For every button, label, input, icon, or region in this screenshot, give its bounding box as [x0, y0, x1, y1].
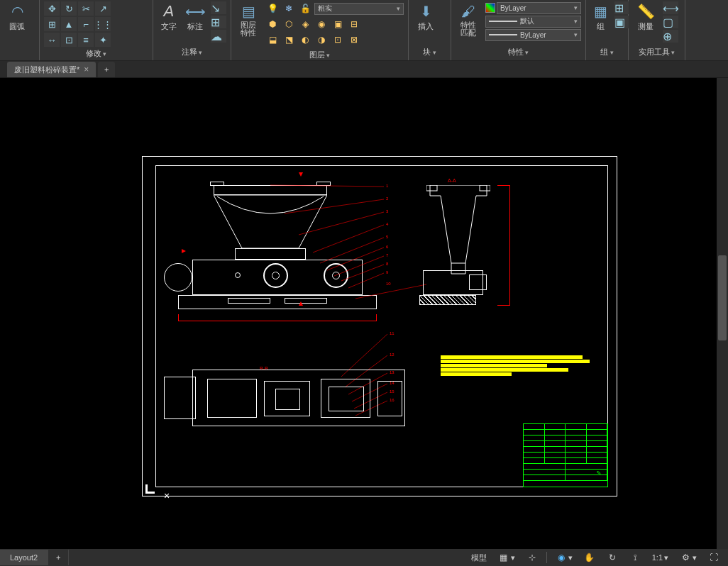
layer-tool-4[interactable]: ◉ — [314, 18, 329, 30]
leader-icon[interactable]: ↘ — [211, 1, 226, 14]
insert-label: 插入 — [418, 21, 434, 32]
modify-panel: ✥ ↻ ✂ ↗ ⊞ ▲ ⌐ ⋮⋮ ↔ ⊡ ≡ ✦ 修改 — [40, 0, 153, 60]
block-panel-label[interactable]: 块 — [413, 45, 446, 59]
layer-tool-3[interactable]: ◈ — [298, 18, 312, 30]
lock-icon[interactable]: 🔓 — [298, 2, 312, 15]
arc-button[interactable]: ◠ 圆弧 — [4, 1, 30, 32]
vertical-scrollbar[interactable] — [717, 78, 728, 549]
file-tab-active[interactable]: 废旧塑料粉碎装置* × — [7, 62, 96, 77]
mirror-icon[interactable]: ▲ — [61, 17, 77, 31]
ann-scale-button[interactable]: ⟟ — [627, 550, 644, 565]
side-base — [419, 295, 476, 305]
match-prop-icon: 🖌 — [458, 1, 478, 21]
modify-panel-label[interactable]: 修改 — [44, 47, 148, 60]
insert-button[interactable]: ⬇ 插入 — [413, 1, 439, 32]
gear-icon: ⚙ — [680, 552, 691, 563]
dim-button[interactable]: ⟷ 标注 — [184, 1, 207, 32]
annot-panel-label[interactable]: 注释 — [158, 45, 226, 59]
layer-tool-2[interactable]: ⬡ — [282, 18, 296, 30]
table-icon[interactable]: ⊞ — [211, 16, 226, 28]
group-tool-2[interactable]: ▣ — [614, 16, 629, 28]
snap-toggle[interactable]: ⊹ — [524, 550, 541, 565]
note-4 — [441, 368, 568, 372]
paper-sheet: × A-A B-B — [142, 156, 617, 496]
layout-tab[interactable]: Layout2 — [0, 550, 48, 565]
svg-rect-16 — [426, 185, 437, 191]
pulley-2 — [324, 263, 348, 288]
fullscreen-button[interactable]: ⛶ — [705, 550, 722, 565]
new-tab-button[interactable]: + — [98, 62, 115, 77]
linetype-selector[interactable]: ByLayer — [485, 28, 581, 41]
bulb-icon[interactable]: 💡 — [265, 2, 280, 15]
lw-sel-text: 默认 — [520, 16, 534, 26]
util-tool-1[interactable]: ⟷ — [663, 1, 678, 14]
util-tool-3[interactable]: ⊕ — [663, 30, 678, 43]
shaft — [235, 272, 241, 278]
layer-tool-1[interactable]: ⬢ — [265, 18, 280, 30]
model-space-button[interactable]: 模型 — [468, 551, 490, 565]
layer-properties-button[interactable]: ▤ 图层 特性 — [236, 1, 261, 37]
grid-toggle[interactable]: ▦▾ — [495, 550, 518, 565]
side-dimension — [497, 185, 510, 306]
topview-ch2-in — [275, 389, 300, 410]
props-panel-label[interactable]: 特性 — [456, 45, 581, 59]
measure-icon: 📏 — [636, 1, 656, 21]
ribbon: ◠ 圆弧 ✥ ↻ ✂ ↗ ⊞ ▲ ⌐ ⋮⋮ ↔ ⊡ ≡ ✦ 修改 — [0, 0, 728, 61]
block-panel: ⬇ 插入 块 — [409, 0, 451, 60]
stretch-icon[interactable]: ↔ — [44, 33, 60, 47]
rotate-icon[interactable]: ↻ — [61, 1, 77, 16]
array-icon[interactable]: ⋮⋮ — [95, 17, 111, 31]
group-tool-1[interactable]: ⊞ — [614, 1, 629, 14]
layer-dropdown[interactable]: 粗实 — [314, 3, 404, 15]
offset-icon[interactable]: ≡ — [78, 33, 94, 47]
move-icon[interactable]: ✥ — [44, 1, 60, 16]
snap-icon: ⊹ — [526, 552, 538, 563]
nav-icon-3[interactable]: ↻ — [604, 550, 621, 565]
nav-icon-1[interactable]: ◉▾ — [553, 550, 575, 565]
topview-ch1 — [207, 379, 257, 418]
explode-icon[interactable]: ✦ — [95, 33, 111, 47]
layer-panel-label[interactable]: 图层 — [236, 48, 404, 62]
layer-tool-12[interactable]: ⊠ — [347, 33, 361, 46]
layer-panel: ▤ 图层 特性 💡 ❄ 🔓 粗实 ⬢ ⬡ ◈ ◉ ▣ ⊟ — [231, 0, 409, 60]
utilities-panel: 📏 测量 ⟷ ▢ ⊕ 实用工具 — [629, 0, 685, 60]
layer-tool-10[interactable]: ◑ — [314, 33, 329, 46]
cloud-icon[interactable]: ☁ — [211, 30, 226, 43]
drawing-canvas[interactable]: × A-A B-B — [0, 78, 728, 549]
layout-tabs-bar: Layout2 + 模型 ▦▾ ⊹ ◉▾ ✋ ↻ ⟟ 1:1▾ ⚙▾ ⛶ — [0, 549, 728, 566]
motor — [164, 263, 192, 292]
util-panel-label[interactable]: 实用工具 — [633, 45, 680, 59]
nav-icon-2[interactable]: ✋ — [581, 550, 598, 565]
extend-icon[interactable]: ↗ — [95, 1, 111, 16]
trim-icon[interactable]: ✂ — [78, 1, 94, 16]
measure-button[interactable]: 📏 测量 — [633, 1, 658, 32]
freeze-icon[interactable]: ❄ — [282, 2, 296, 15]
util-tool-2[interactable]: ▢ — [663, 16, 678, 28]
close-icon[interactable]: × — [84, 65, 89, 74]
color-selector[interactable]: ByLayer — [485, 1, 581, 14]
layer-selector[interactable]: 💡 ❄ 🔓 粗实 — [265, 1, 404, 16]
hopper-flange-r — [316, 182, 331, 186]
pulley-1 — [263, 263, 288, 288]
balloon-8: 8 — [386, 262, 388, 266]
model-label: 模型 — [471, 553, 487, 563]
scrollbar-thumb[interactable] — [718, 255, 727, 340]
copy-icon[interactable]: ⊞ — [44, 17, 60, 31]
add-layout-button[interactable]: + — [48, 550, 69, 565]
layer-tool-8[interactable]: ⬔ — [282, 33, 296, 46]
gear-button[interactable]: ⚙▾ — [677, 550, 700, 565]
group-panel-label[interactable]: 组 — [590, 45, 624, 59]
layer-tool-7[interactable]: ⬓ — [265, 33, 280, 46]
text-button[interactable]: A 文字 — [158, 1, 180, 32]
layer-tool-11[interactable]: ⊡ — [331, 33, 345, 46]
layer-tool-9[interactable]: ◐ — [298, 33, 312, 46]
scale-icon[interactable]: ⊡ — [61, 33, 77, 47]
fillet-icon[interactable]: ⌐ — [78, 17, 94, 31]
hopper-top — [214, 185, 327, 195]
layer-tool-5[interactable]: ▣ — [331, 18, 345, 30]
group-button[interactable]: ▦ 组 — [590, 1, 610, 32]
scale-button[interactable]: 1:1▾ — [649, 552, 671, 564]
layer-tool-6[interactable]: ⊟ — [347, 18, 361, 30]
match-properties-button[interactable]: 🖌 特性 匹配 — [456, 1, 481, 37]
lineweight-selector[interactable]: 默认 — [485, 15, 581, 28]
